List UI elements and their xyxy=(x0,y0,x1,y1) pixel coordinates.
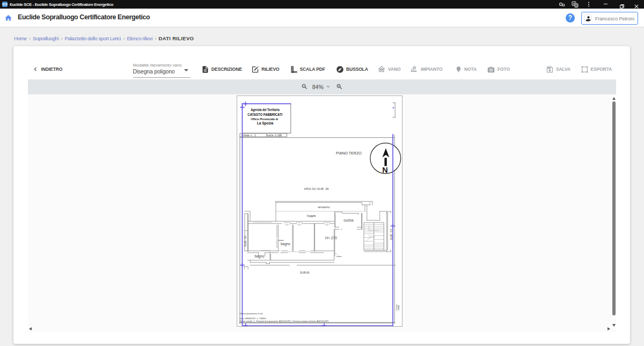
svg-text:N: N xyxy=(382,165,387,174)
svg-text:bagno: bagno xyxy=(281,241,290,246)
svg-text:H= 270: H= 270 xyxy=(325,236,337,240)
svg-text:ARIA SU SUB. 38: ARIA SU SUB. 38 xyxy=(304,187,328,190)
svg-text:SUB.66: SUB.66 xyxy=(299,271,309,274)
svg-text:Totale schede: 1 - Formato di: Totale schede: 1 - Formato di acquisizio… xyxy=(239,320,328,322)
svg-text:loggia: loggia xyxy=(306,213,316,217)
svg-text:Ultima planimetria in atti: Ultima planimetria in atti xyxy=(239,312,262,315)
svg-text:bagno: bagno xyxy=(254,254,264,258)
svg-text:La Spezia: La Spezia xyxy=(257,121,273,125)
svg-text:cucina: cucina xyxy=(343,218,354,222)
svg-text:Ufficio Provinciale di: Ufficio Provinciale di xyxy=(251,116,278,120)
svg-text:Scala 1:100: Scala 1:100 xyxy=(266,134,281,136)
svg-text:Scheda n. 1: Scheda n. 1 xyxy=(241,134,256,136)
svg-text:PIANO TERZO: PIANO TERZO xyxy=(336,151,362,155)
svg-text:terrazzo: terrazzo xyxy=(318,205,330,209)
svg-text:SUB. 60: SUB. 60 xyxy=(244,235,247,247)
svg-text:Catasto: Catasto xyxy=(395,304,397,310)
svg-text:Data: 08/08/2023 - n. T46941 -: Data: 08/08/2023 - n. T46941 - xyxy=(239,316,267,319)
svg-text:VIA A8: VIA A8 xyxy=(398,305,400,311)
svg-text:CATASTO FABBRICATI: CATASTO FABBRICATI xyxy=(247,112,282,117)
